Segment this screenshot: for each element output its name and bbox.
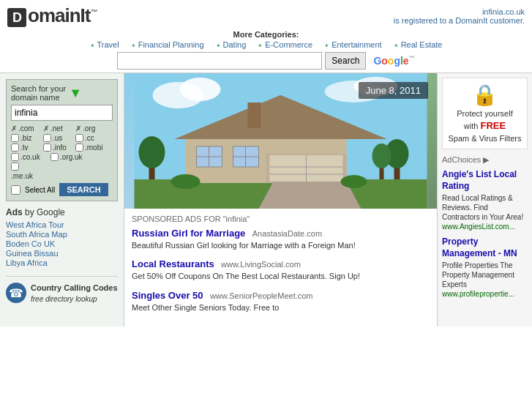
ad-item-1: Local Restaurants www.LivingSocial.com G… (132, 258, 430, 282)
country-calling-text: Country Calling Codes (31, 283, 118, 292)
select-all-row: Select All SEARCH (11, 183, 113, 196)
tld-couk-checkbox[interactable] (11, 153, 19, 161)
google-search-area: Search Google™ (117, 52, 414, 70)
logo-tm: ™ (90, 8, 97, 16)
svg-point-30 (341, 175, 367, 188)
sidebar-item-entertainment[interactable]: Entertainment (324, 40, 381, 49)
tld-info-checkbox[interactable] (43, 143, 51, 152)
ad-desc-1: Get 50% Off Coupons On The Best Local Re… (132, 271, 430, 282)
ad-item-0: Russian Girl for Marriage AnastasiaDate.… (132, 228, 430, 251)
ad-title-2[interactable]: Singles Over 50 (132, 290, 203, 301)
logo-area: DomainIt™ (7, 4, 97, 27)
ads-link-3[interactable]: Guinea Bissau (6, 249, 118, 258)
ads-link-1[interactable]: South Africa Map (6, 230, 118, 239)
logo-box-icon: D (7, 8, 26, 27)
ads-link-0[interactable]: West Africa Tour (6, 220, 118, 229)
tld-com-label: .com (18, 124, 34, 133)
registered-domain: infinia.co.uk (482, 7, 525, 16)
tld-row-5: .me.uk (11, 172, 113, 180)
right-sidebar: 🔒 Protect yourself with FREE Spam & Viru… (437, 73, 532, 327)
right-ad-desc-1: Profile Properties The Property Manageme… (442, 261, 528, 289)
date-badge: June 8, 2011 (359, 82, 428, 99)
ads-link-2[interactable]: Boden Co UK (6, 239, 118, 248)
tld-org-check-icon: ✗ (75, 124, 81, 133)
right-ad-title-1[interactable]: Property Management - MN (442, 236, 528, 259)
ads-google-by: by Google (25, 207, 65, 217)
domain-search-input[interactable] (11, 105, 113, 121)
arrow-down-icon: ▼ (69, 86, 82, 101)
tld-com: ✗ .com (11, 124, 42, 133)
ad-item-2: Singles Over 50 www.SeniorPeopleMeet.com… (132, 290, 430, 313)
tld-cc-label: .cc (85, 134, 94, 142)
phone-icon: ☎ (6, 283, 26, 303)
tld-orguk-check2 (11, 163, 42, 171)
tld-mobi-checkbox[interactable] (75, 143, 83, 152)
adchoices-icon: ▶ (483, 155, 489, 165)
sidebar-item-ecommerce[interactable]: E-Commerce (258, 40, 312, 49)
tld-tv-checkbox[interactable] (11, 143, 19, 152)
tld-couk-label: .co.uk (20, 153, 40, 161)
sponsored-section: SPONSORED ADS FOR "infinia" Russian Girl… (124, 209, 437, 327)
select-all-checkbox[interactable] (11, 185, 20, 195)
google-search-input[interactable] (117, 52, 322, 70)
domain-search-label2: domain name (11, 93, 60, 102)
tld-tv-label: .tv (20, 143, 29, 152)
tld-row-1: ✗ .com ✗ .net ✗ .org (11, 124, 113, 133)
sidebar-item-travel[interactable]: Travel (90, 40, 119, 49)
protect-free-label: FREE (480, 120, 506, 131)
country-calling: ☎ Country Calling Codes free directory l… (6, 276, 118, 303)
ads-link-4[interactable]: Libya Africa (6, 258, 118, 267)
header-top: DomainIt™ infinia.co.uk is registered to… (7, 4, 525, 27)
adchoices-label: AdChoices (442, 155, 481, 164)
tld-us-checkbox[interactable] (43, 134, 51, 142)
ad-title-1[interactable]: Local Restaurants (132, 258, 214, 269)
sponsored-label: SPONSORED ADS FOR "infinia" (132, 215, 430, 223)
categories-label: More Categories: (233, 30, 299, 39)
domain-search-button[interactable]: SEARCH (59, 183, 108, 196)
logo[interactable]: DomainIt™ (7, 4, 97, 27)
ad-desc-2: Meet Other Single Seniors Today. Free to (132, 302, 430, 313)
tld-orguk-checkbox[interactable] (50, 153, 59, 161)
tld-biz-label: .biz (20, 134, 32, 142)
tld-us: .us (43, 134, 74, 142)
domain-search-title: Search for your domain name ▼ (11, 84, 113, 102)
protect-title: Protect yourself (457, 109, 512, 118)
tld-mobi: .mobi (75, 143, 106, 152)
tld-tv: .tv (11, 143, 42, 152)
tld-biz: .biz (11, 134, 42, 142)
protect-text: Protect yourself with FREE Spam & Virus … (447, 108, 522, 144)
svg-point-29 (171, 174, 201, 189)
center-content: June 8, 2011 SPONSORED ADS FOR "infinia"… (124, 73, 437, 327)
tld-couk: .co.uk (11, 153, 49, 161)
sidebar-item-financial[interactable]: Financial Planning (131, 40, 204, 49)
search-row: Search Google™ (7, 51, 525, 72)
ad-desc-0: Beautiful Russian Girl looking for Marri… (132, 240, 430, 251)
google-search-button[interactable]: Search (325, 52, 366, 70)
tld-mobi-label: .mobi (85, 143, 102, 152)
sidebar-item-dating[interactable]: Dating (216, 40, 247, 49)
free-dir-text: free directory lookup (31, 295, 118, 303)
google-logo: Google™ (373, 55, 414, 67)
tld-net-check-icon: ✗ (43, 124, 49, 133)
right-ad-url-1: www.profilepropertie... (442, 290, 528, 298)
svg-point-27 (372, 143, 391, 168)
right-ad-desc-0: Read Local Ratings & Reviews. Find Contr… (442, 193, 528, 222)
tld-com-check-icon: ✗ (11, 124, 17, 133)
svg-point-23 (139, 136, 165, 168)
ad-title-0[interactable]: Russian Girl for Marriage (132, 228, 245, 239)
tld-row-4: .co.uk .org.uk (11, 153, 113, 171)
main-body: Search for your domain name ▼ ✗ .com ✗ .… (0, 73, 532, 327)
select-all-label: Select All (25, 186, 55, 194)
tld-biz-checkbox[interactable] (11, 134, 19, 142)
registered-desc: is registered to a DomainIt customer. (394, 16, 525, 25)
ad-source-1: www.LivingSocial.com (221, 260, 301, 269)
right-ad-title-0[interactable]: Angie's List Local Rating (442, 169, 528, 192)
header: DomainIt™ infinia.co.uk is registered to… (0, 0, 532, 73)
categories-row: Travel Financial Planning Dating E-Comme… (7, 40, 525, 51)
tld-info: .info (43, 143, 74, 152)
tld-me-checkbox[interactable] (11, 163, 19, 171)
sidebar-item-realestate[interactable]: Real Estate (394, 40, 443, 49)
tld-cc-checkbox[interactable] (75, 134, 83, 142)
svg-rect-21 (248, 102, 261, 128)
tld-meuk-label: .me.uk (11, 172, 33, 180)
